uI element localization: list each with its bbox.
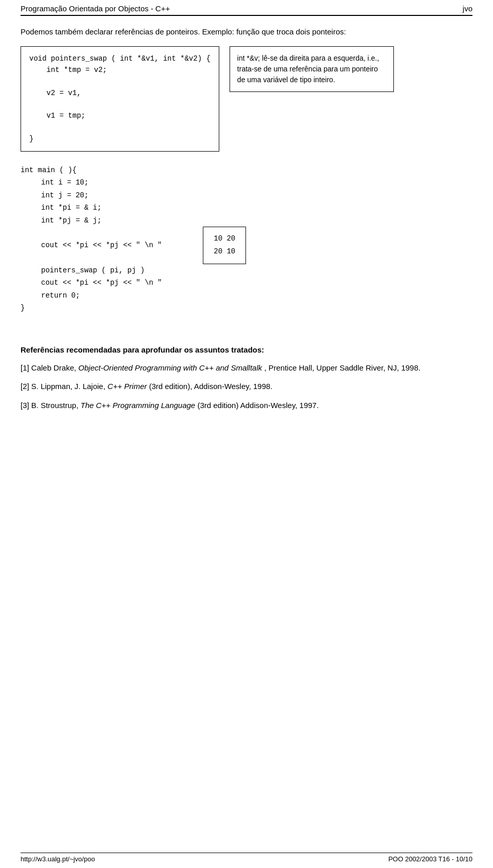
output-box: 10 20 20 10	[203, 227, 246, 264]
code-line-6-row: cout << *pi << *pj << " \n " 10 20 20 10	[21, 227, 246, 264]
ref3-italic: The C++ Programming Language	[81, 401, 195, 410]
code-line-9: return 0;	[41, 289, 246, 302]
code-line-4: int *pi = & i;	[41, 201, 246, 214]
code-line-1: int main ( ){	[21, 164, 246, 177]
ref2-text-after: (3rd edition), Addison-Wesley, 1998.	[149, 382, 272, 391]
output-line-1: 10 20	[214, 232, 235, 245]
references-section: Referências recomendadas para aprofundar…	[21, 345, 472, 412]
code-line-3: int j = 20;	[41, 189, 246, 202]
ref1-text-after: , Prentice Hall, Upper Saddle River, NJ,…	[264, 363, 420, 372]
ref3-text-before: B. Stroustrup,	[31, 401, 81, 410]
code-line-2: int i = 10;	[41, 176, 246, 189]
reference-item-3: [3] B. Stroustrup, The C++ Programming L…	[21, 400, 472, 412]
page-container: Programação Orientada por Objectos - C++…	[0, 0, 493, 868]
main-code-block: int main ( ){ int i = 10; int j = 20; in…	[21, 164, 246, 315]
code-line-8: cout << *pi << *pj << " \n "	[41, 276, 246, 289]
code-line-10: }	[21, 302, 246, 315]
annotation-box: int *&v; lê-se da direita para a esquerd…	[230, 46, 394, 92]
intro-paragraph: Podemos também declarar referências de p…	[21, 27, 346, 36]
code-line-5: int *pj = & j;	[41, 214, 246, 227]
code-function-box: void pointers_swap ( int *&v1, int *&v2)…	[21, 46, 219, 152]
reference-item-1: [1] Caleb Drake, Object-Oriented Program…	[21, 362, 472, 374]
code-line-7: pointers_swap ( pi, pj )	[41, 264, 246, 277]
ref3-number: [3]	[21, 401, 31, 410]
code-line-6: cout << *pi << *pj << " \n "	[21, 239, 162, 252]
code-example-block: void pointers_swap ( int *&v1, int *&v2)…	[21, 46, 472, 152]
main-code-section: int main ( ){ int i = 10; int j = 20; in…	[21, 164, 472, 330]
header-title: Programação Orientada por Objectos - C++	[21, 4, 170, 13]
ref1-number: [1]	[21, 363, 31, 372]
footer-course: POO 2002/2003 T16 - 10/10	[388, 855, 472, 863]
output-line-2: 20 10	[214, 245, 235, 258]
intro-text: Podemos também declarar referências de p…	[21, 26, 472, 38]
ref1-italic: Object-Oriented Programming with C++ and…	[79, 363, 262, 372]
annotation-text: int *&v; lê-se da direita para a esquerd…	[237, 54, 379, 84]
reference-item-2: [2] S. Lippman, J. Lajoie, C++ Primer (3…	[21, 381, 472, 393]
header-jvo: jvo	[463, 4, 472, 13]
page-header: Programação Orientada por Objectos - C++…	[21, 0, 472, 16]
references-title: Referências recomendadas para aprofundar…	[21, 345, 472, 354]
page-footer: http://w3.ualg.pt/~jvo/poo POO 2002/2003…	[21, 853, 472, 863]
ref2-number: [2]	[21, 382, 31, 391]
ref2-italic: C++ Primer	[107, 382, 147, 391]
ref3-text-after: (3rd edition) Addison-Wesley, 1997.	[197, 401, 318, 410]
ref1-text-before: Caleb Drake,	[31, 363, 79, 372]
ref2-text-before: S. Lippman, J. Lajoie,	[31, 382, 107, 391]
footer-url: http://w3.ualg.pt/~jvo/poo	[21, 855, 95, 863]
